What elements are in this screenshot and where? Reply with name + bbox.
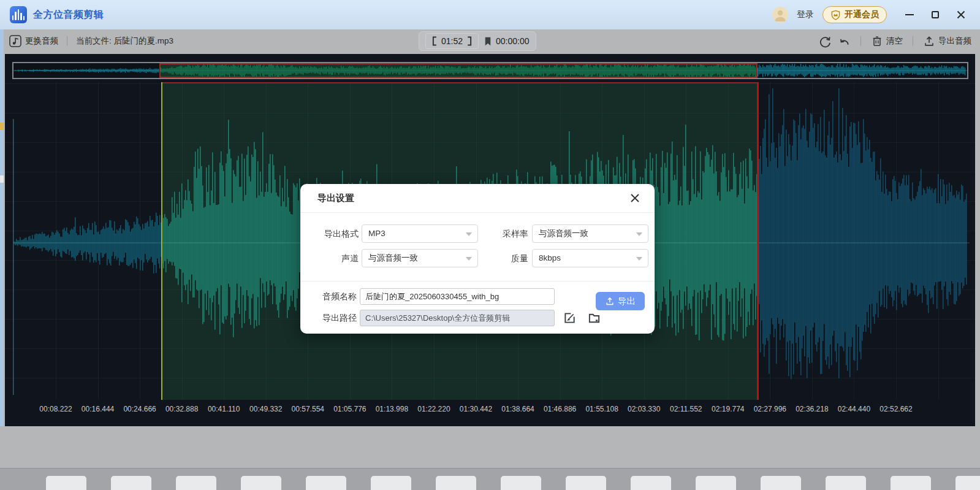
overview-selection-region[interactable]	[159, 63, 758, 78]
timeline-label: 00:16.444	[82, 405, 114, 413]
chevron-down-icon	[636, 257, 642, 261]
timeline-label: 01:05.776	[333, 405, 366, 413]
sample-rate-select[interactable]: 与源音频一致	[532, 224, 648, 243]
timeline-label: 00:41.110	[208, 405, 240, 413]
bracket-left-icon	[431, 36, 438, 47]
background-window-edge	[0, 29, 4, 490]
title-bar: 全方位音频剪辑 登录 开通会员	[0, 0, 980, 29]
preset-card[interactable]	[696, 476, 736, 490]
preset-card[interactable]	[111, 476, 151, 490]
timeline-label: 01:30.442	[460, 405, 492, 413]
vip-button[interactable]: 开通会员	[822, 6, 887, 23]
selection-time-box: 01:52 00:00:00	[419, 31, 536, 51]
chevron-down-icon	[636, 232, 642, 236]
clear-button[interactable]: 清空	[871, 35, 903, 47]
trash-icon	[871, 35, 883, 47]
export-path-label: 导出路径	[308, 310, 357, 326]
format-select[interactable]: MP3	[362, 224, 478, 243]
preset-card[interactable]	[501, 476, 541, 490]
divider	[860, 36, 861, 46]
channel-select[interactable]: 与源音频一致	[362, 249, 478, 267]
audio-name-label: 音频名称	[308, 288, 357, 305]
marker-time-display[interactable]: 00:00:00	[484, 36, 530, 47]
preset-card[interactable]	[306, 476, 346, 490]
selection-start-handle[interactable]	[161, 82, 162, 400]
channel-label: 声道	[310, 249, 359, 267]
format-label: 导出格式	[310, 224, 359, 243]
dialog-title: 导出设置	[317, 193, 354, 204]
user-silhouette-icon	[772, 7, 788, 23]
timeline-label: 01:22.220	[417, 405, 450, 413]
maximize-button[interactable]	[926, 6, 944, 24]
sample-rate-label: 采样率	[484, 224, 528, 243]
timeline-label: 00:57.554	[292, 405, 324, 413]
edit-icon	[563, 312, 576, 324]
login-link[interactable]: 登录	[797, 9, 814, 20]
timeline-label: 02:44.440	[838, 405, 870, 413]
preset-card[interactable]	[371, 476, 411, 490]
timeline-label: 01:13.998	[376, 405, 408, 413]
selection-duration-display[interactable]: 01:52	[425, 33, 479, 49]
app-title: 全方位音频剪辑	[33, 9, 104, 21]
preset-card[interactable]	[46, 476, 86, 490]
timeline-label: 02:27.996	[754, 405, 786, 413]
undo-button[interactable]	[838, 35, 851, 48]
close-icon	[957, 10, 965, 19]
crown-badge-icon	[830, 10, 841, 20]
timeline-label: 01:55.108	[585, 405, 618, 413]
preset-card[interactable]	[955, 476, 980, 490]
bookmark-icon	[484, 36, 492, 47]
marker-time: 00:00:00	[496, 36, 530, 46]
undo-all-button[interactable]	[819, 35, 832, 48]
timeline-label: 02:11.552	[670, 405, 702, 413]
preset-card[interactable]	[566, 476, 606, 490]
divider	[913, 36, 913, 46]
quality-select[interactable]: 8kbps	[532, 249, 648, 267]
selection-duration: 01:52	[441, 36, 463, 46]
export-path-input[interactable]	[360, 310, 555, 326]
toolbar: 更换音频 当前文件: 后陡门的夏.mp3 01:52 00:00:00	[0, 29, 980, 53]
minimize-button[interactable]	[900, 6, 919, 24]
waveform-overview[interactable]	[12, 62, 968, 79]
selection-end-handle[interactable]	[757, 82, 759, 400]
close-icon	[630, 193, 640, 203]
open-folder-button[interactable]	[587, 311, 601, 324]
avatar[interactable]	[772, 7, 788, 23]
preset-card[interactable]	[761, 476, 801, 490]
timeline-label: 02:36.218	[796, 405, 828, 413]
timeline-label: 00:08.222	[39, 405, 72, 413]
divider	[300, 212, 655, 213]
preset-card[interactable]	[631, 476, 671, 490]
timeline-label: 00:32.888	[165, 405, 198, 413]
preset-card[interactable]	[436, 476, 476, 490]
export-audio-button[interactable]: 导出音频	[923, 35, 971, 47]
preset-card[interactable]	[891, 476, 931, 490]
clear-label: 清空	[886, 36, 903, 47]
timeline-label: 02:19.774	[712, 405, 744, 413]
change-audio-button[interactable]: 更换音频	[9, 34, 58, 48]
edit-path-button[interactable]	[563, 311, 576, 324]
upload-icon	[923, 35, 935, 47]
export-settings-dialog: 导出设置 导出格式 MP3 采样率 与源音频一致 声道 与源音频一致 质量 8k…	[300, 184, 655, 334]
quality-label: 质量	[484, 249, 528, 267]
preset-card[interactable]	[241, 476, 281, 490]
timeline-label: 01:38.664	[501, 405, 534, 413]
timeline-label: 00:49.332	[249, 405, 282, 413]
dialog-close-button[interactable]	[629, 192, 641, 204]
chevron-down-icon	[466, 232, 472, 236]
current-file-label: 当前文件: 后陡门的夏.mp3	[76, 36, 173, 47]
background-window-fragment	[0, 123, 4, 130]
vip-label: 开通会员	[845, 9, 879, 20]
preset-card[interactable]	[826, 476, 866, 490]
timeline-label: 01:46.886	[544, 405, 576, 413]
background-window-fragment	[0, 175, 4, 183]
close-button[interactable]	[952, 6, 970, 24]
audio-name-input[interactable]	[360, 288, 555, 305]
divider	[300, 281, 655, 281]
export-confirm-button[interactable]: 导出	[596, 292, 645, 310]
timeline-label: 02:03.330	[628, 405, 660, 413]
preset-card[interactable]	[176, 476, 216, 490]
preset-strip	[0, 468, 980, 490]
divider	[67, 36, 67, 46]
upload-icon	[605, 296, 615, 306]
